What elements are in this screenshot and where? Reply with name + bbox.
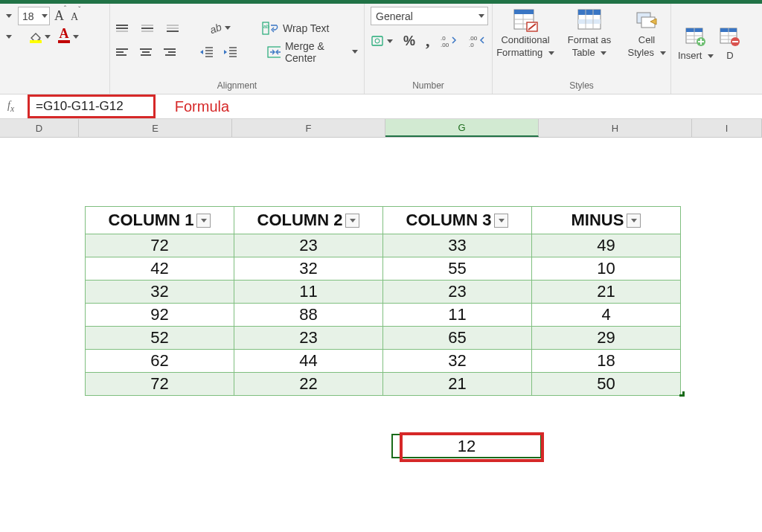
table-cell[interactable]: 11 xyxy=(383,304,532,327)
font-name-caret-icon[interactable] xyxy=(6,14,12,18)
increase-decimal-button[interactable]: .0.00 xyxy=(441,34,458,48)
wrap-text-button[interactable]: ab Wrap Text xyxy=(262,21,330,36)
table-header-label: MINUS xyxy=(572,211,624,230)
svg-text:ab: ab xyxy=(208,21,223,36)
table-cell[interactable]: 18 xyxy=(532,350,681,373)
comma-button[interactable]: , xyxy=(426,31,430,51)
column-header[interactable]: H xyxy=(539,119,692,137)
accounting-format-button[interactable] xyxy=(371,34,393,48)
filter-button[interactable] xyxy=(494,214,508,228)
font-color-button[interactable]: A xyxy=(57,30,79,43)
table-cell[interactable]: 72 xyxy=(86,373,234,396)
table-resize-handle[interactable] xyxy=(679,391,685,397)
align-bottom-button[interactable] xyxy=(167,21,183,36)
table-cell[interactable]: 32 xyxy=(86,281,234,304)
column-header[interactable]: F xyxy=(232,119,385,137)
table-cell[interactable]: 22 xyxy=(234,373,383,396)
decrease-font-icon[interactable]: Aˇ xyxy=(71,10,80,23)
table-cell[interactable]: 92 xyxy=(86,304,234,327)
table-header[interactable]: COLUMN 3 xyxy=(383,207,532,234)
table-cell[interactable]: 23 xyxy=(234,327,383,350)
border-caret-icon[interactable] xyxy=(6,35,12,39)
chevron-down-icon[interactable] xyxy=(387,39,393,43)
table-cell[interactable]: 11 xyxy=(234,281,383,304)
align-right-button[interactable] xyxy=(161,45,176,60)
chevron-down-icon[interactable] xyxy=(42,14,48,18)
chevron-down-icon[interactable] xyxy=(225,26,231,30)
worksheet-area[interactable]: COLUMN 1COLUMN 2COLUMN 3MINUS 7223334942… xyxy=(0,138,762,532)
table-cell[interactable]: 65 xyxy=(383,327,532,350)
conditional-formatting-button[interactable]: Conditional Formatting xyxy=(499,7,552,59)
chevron-down-icon[interactable] xyxy=(601,51,606,55)
decrease-decimal-button[interactable]: .00.0 xyxy=(469,34,487,48)
table-cell[interactable]: 10 xyxy=(532,257,681,281)
svg-rect-4 xyxy=(372,36,382,45)
font-size-input[interactable]: 18 xyxy=(18,7,50,25)
merge-center-button[interactable]: Merge & Center xyxy=(267,40,358,64)
table-cell[interactable]: 72 xyxy=(86,234,234,257)
increase-indent-icon xyxy=(223,45,238,59)
filter-button[interactable] xyxy=(196,214,211,228)
align-left-button[interactable] xyxy=(116,45,130,60)
cell-styles-button[interactable]: Cell Styles xyxy=(627,7,667,59)
styles-group: Conditional Formatting Format as Table xyxy=(493,4,671,94)
column-header[interactable]: I xyxy=(692,119,762,137)
table-cell[interactable]: 55 xyxy=(383,257,532,281)
delete-button[interactable]: D xyxy=(719,22,741,62)
table-cell[interactable]: 50 xyxy=(532,373,681,396)
chevron-down-icon[interactable] xyxy=(352,50,358,54)
chevron-down-icon[interactable] xyxy=(45,35,51,39)
table-cell[interactable]: 21 xyxy=(383,373,532,396)
align-middle-button[interactable] xyxy=(141,21,158,36)
table-cell[interactable]: 49 xyxy=(532,234,681,257)
table-row: 32112321 xyxy=(86,281,681,304)
chevron-down-icon[interactable] xyxy=(660,51,666,55)
active-cell[interactable]: 12 xyxy=(391,434,542,458)
filter-button[interactable] xyxy=(345,214,359,228)
wrap-text-label: Wrap Text xyxy=(283,22,330,34)
table-header[interactable]: COLUMN 1 xyxy=(86,207,234,234)
table-cell[interactable]: 29 xyxy=(532,327,681,350)
table-header[interactable]: COLUMN 2 xyxy=(234,207,383,234)
insert-cells-icon xyxy=(685,25,707,46)
format-as-table-button[interactable]: Format as Table xyxy=(563,7,616,59)
table-cell[interactable]: 62 xyxy=(86,350,234,373)
fx-icon[interactable]: fx xyxy=(7,100,14,114)
table-cell[interactable]: 23 xyxy=(234,234,383,257)
column-header[interactable]: D xyxy=(0,119,79,137)
fill-color-button[interactable] xyxy=(28,30,51,43)
svg-point-5 xyxy=(375,39,380,43)
wrap-text-icon: ab xyxy=(262,21,278,36)
table-cell[interactable]: 23 xyxy=(383,281,532,304)
column-header[interactable]: E xyxy=(79,119,232,137)
increase-indent-button[interactable] xyxy=(223,45,238,59)
align-top-button[interactable] xyxy=(116,21,132,36)
table-cell[interactable]: 4 xyxy=(532,304,681,327)
decrease-indent-button[interactable] xyxy=(199,45,214,59)
filter-button[interactable] xyxy=(627,214,641,228)
table-header[interactable]: MINUS xyxy=(532,207,681,234)
align-center-button[interactable] xyxy=(139,45,153,60)
group-label: Number xyxy=(371,77,486,94)
column-header-selected[interactable]: G xyxy=(385,119,539,137)
table-cell[interactable]: 42 xyxy=(86,257,234,281)
formula-input[interactable]: =G10-G11-G12 xyxy=(28,94,156,118)
chevron-down-icon[interactable] xyxy=(478,14,484,18)
table-cell[interactable]: 44 xyxy=(234,350,383,373)
table-cell[interactable]: 32 xyxy=(234,257,383,281)
table-cell[interactable]: 88 xyxy=(234,304,383,327)
table-cell[interactable]: 33 xyxy=(383,234,532,257)
chevron-down-icon[interactable] xyxy=(708,54,714,58)
orientation-button[interactable]: ab xyxy=(208,21,231,36)
table-cell[interactable]: 52 xyxy=(86,327,234,350)
increase-font-icon[interactable]: Aˆ xyxy=(54,8,66,24)
percent-button[interactable]: % xyxy=(403,33,415,49)
chevron-down-icon[interactable] xyxy=(548,51,554,55)
insert-button[interactable]: Insert xyxy=(677,22,714,62)
table-cell[interactable]: 32 xyxy=(383,350,532,373)
table-cell[interactable]: 21 xyxy=(532,281,681,304)
number-format-select[interactable]: General xyxy=(371,7,488,25)
chevron-down-icon[interactable] xyxy=(73,35,79,39)
font-group: 18 Aˆ Aˇ A xyxy=(0,4,110,94)
chevron-down-icon xyxy=(499,219,505,222)
